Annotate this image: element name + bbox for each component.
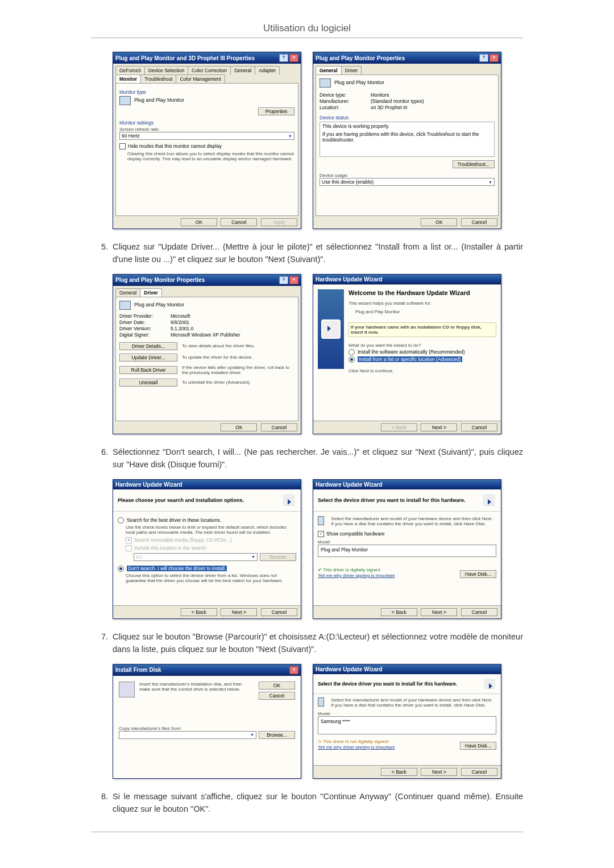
back-button[interactable]: < Back [381,608,417,616]
checkbox-include-location [126,545,132,551]
disk-icon [119,682,135,697]
wizard-icon [483,677,496,691]
step-text: Cliquez sur le bouton "Browse (Parcourir… [113,630,523,656]
help-button[interactable]: ? [479,54,488,62]
close-button[interactable]: × [489,54,499,62]
footer-divider [91,832,523,832]
tab-device-selection[interactable]: Device Selection [144,66,188,74]
device-usage-dropdown[interactable]: Use this device (enable)▼ [320,178,495,186]
cancel-button[interactable]: Cancel [461,423,497,431]
tab-monitor[interactable]: Monitor [115,74,141,83]
ok-button[interactable]: OK [221,423,257,431]
cancel-button[interactable]: Cancel [261,608,297,616]
have-disk-button[interactable]: Have Disk... [460,742,496,750]
back-button[interactable]: < Back [181,608,217,616]
ok-button[interactable]: OK [181,218,217,226]
next-button[interactable]: Next > [421,423,457,431]
signer-label: Digital Signer: [119,332,171,338]
tab-color-management[interactable]: Color Management [176,74,225,83]
step-text: Cliquez sur "Update Driver... (Mettre à … [113,240,523,266]
driver-signing-link[interactable]: Tell me why driver signing is important [318,573,395,578]
uninstall-text: To uninstall the driver (Advanced). [182,380,251,385]
wizard-icon [321,319,341,339]
model-item[interactable]: Plug and Play Monitor [321,547,368,553]
wizard-cd-hint: If your hardware came with an installati… [349,322,496,337]
cancel-button[interactable]: Cancel [461,608,497,616]
tab-color-correction[interactable]: Color Correction [188,66,231,74]
close-button[interactable]: × [289,54,298,62]
version-label: Driver Version: [119,326,171,331]
ok-button[interactable]: OK [421,218,457,226]
model-label: Model [318,539,496,545]
cancel-button[interactable]: Cancel [259,692,295,700]
radio-search[interactable] [118,517,124,524]
dialog-hardware-update-welcome: Hardware Update Wizard Welcome to the Ha… [313,274,501,434]
driver-signing-link[interactable]: Tell me why driver signing is important [318,745,395,750]
radio-auto[interactable] [349,349,355,355]
back-button[interactable]: < Back [381,768,417,776]
devtype-value: Monitors [371,92,389,98]
monitor-icon [119,96,131,105]
close-button[interactable]: × [289,666,298,674]
close-button[interactable]: × [289,276,298,284]
troubleshoot-button[interactable]: Troubleshoot... [453,160,495,168]
properties-button[interactable]: Properties [258,107,294,115]
driver-details-button[interactable]: Driver Details... [119,342,177,350]
checkbox-compatible[interactable]: ✓ [318,531,324,537]
cancel-button[interactable]: Cancel [461,768,497,776]
radio-search-label: Search for the best driver in these loca… [127,517,221,523]
hide-modes-checkbox[interactable] [119,143,126,149]
provider-value: Microsoft [171,313,190,319]
tab-general[interactable]: General [316,66,342,74]
tab-geforce3[interactable]: GeForce3 [115,66,145,74]
checkbox-compatible-label: Show compatible hardware [326,531,385,537]
tab-general[interactable]: General [115,288,140,297]
wizard-click-next: Click Next to continue. [349,368,496,373]
tab-adapter[interactable]: Adapter [255,66,280,74]
window-title: Hardware Update Wizard [316,481,383,488]
wizard-question: What do you want the wizard to do? [349,343,496,348]
tab-driver[interactable]: Driver [140,288,162,297]
uninstall-button[interactable]: Uninstall [119,379,177,387]
rollback-driver-button[interactable]: Roll Back Driver [119,366,177,374]
next-button[interactable]: Next > [421,608,457,616]
cancel-button[interactable]: Cancel [461,218,497,226]
wizard-icon [281,493,296,508]
dialog-hardware-update-select-model: Hardware Update Wizard Select the device… [313,664,501,779]
hide-modes-label: Hide modes that this monitor cannot disp… [128,143,222,149]
tab-troubleshoot[interactable]: Troubleshoot [140,74,176,83]
tab-driver[interactable]: Driver [341,66,362,74]
browse-button[interactable]: Browse... [259,731,295,739]
tab-general[interactable]: General [230,66,255,74]
help-button[interactable]: ? [279,276,288,284]
radio-list[interactable] [349,356,355,363]
cancel-button[interactable]: Cancel [221,218,257,226]
copy-path-dropdown[interactable]: ▼ [119,731,256,739]
next-button[interactable]: Next > [421,768,457,776]
cancel-button[interactable]: Cancel [261,423,297,431]
refresh-rate-value: 60 Hertz [122,133,140,139]
window-title: Plug and Play Monitor Properties [316,55,405,61]
device-status-ok: This device is working properly. [322,123,492,129]
monitor-icon [119,301,131,310]
help-button[interactable]: ? [279,54,288,62]
refresh-rate-label: Screen refresh rate: [119,127,294,132]
ok-button[interactable]: OK [259,682,295,690]
step-text: Sélectionnez "Don't search, I will... (N… [113,446,523,471]
wizard-heading: Welcome to the Hardware Update Wizard [349,289,496,296]
chevron-down-icon: ▼ [488,180,492,184]
model-list[interactable]: Samsung **** [318,716,496,734]
model-list[interactable]: Plug and Play Monitor [318,545,496,557]
refresh-rate-dropdown[interactable]: 60 Hertz▼ [119,132,294,140]
window-title: Plug and Play Monitor Properties [115,277,205,283]
date-label: Driver Date: [119,319,171,325]
model-item[interactable]: Samsung **** [321,719,350,724]
have-disk-button[interactable]: Have Disk... [460,570,496,578]
wizard-heading: Please choose your search and installati… [118,497,244,503]
radio-dont-search[interactable] [118,566,124,572]
monitor-name: Plug and Play Monitor [134,97,184,103]
update-driver-button[interactable]: Update Driver... [119,354,177,362]
next-button[interactable]: Next > [221,608,257,616]
checkbox-include-label: Include this location in the search: [134,545,207,551]
step-text: Si le message suivant s'affiche, cliquez… [113,790,523,816]
